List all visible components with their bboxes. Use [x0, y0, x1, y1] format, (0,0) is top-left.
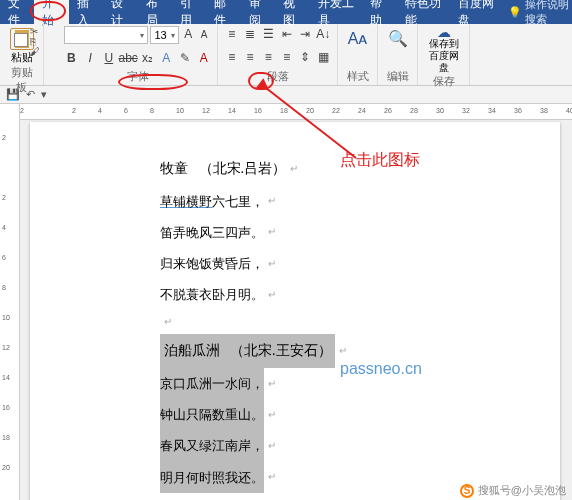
- format-painter-icon[interactable]: 🖌: [30, 47, 40, 57]
- editing-group-label: 编辑: [387, 69, 409, 85]
- cloud-icon: ☁: [424, 26, 463, 38]
- tab-mail[interactable]: 邮件: [206, 0, 240, 24]
- poem2-line2: 钟山只隔数重山。↵: [160, 399, 347, 430]
- bullets-icon[interactable]: ≡: [224, 26, 239, 42]
- para-mark-icon: ↵: [290, 157, 298, 181]
- quick-access-toolbar: 💾 ↶ ▾: [0, 86, 572, 104]
- poem2-line4: 明月何时照我还。↵: [160, 462, 347, 493]
- save-line1: 保存到: [424, 38, 463, 50]
- poem1-line4: 不脱蓑衣卧月明。↵: [160, 279, 347, 310]
- multilevel-icon[interactable]: ☰: [261, 26, 276, 42]
- find-icon[interactable]: 🔍: [385, 26, 411, 50]
- styles-group: Aᴀ 样式: [338, 24, 378, 85]
- clipboard-side-icons: ✂ ⎘ 🖌: [30, 27, 40, 57]
- tab-file[interactable]: 文件: [0, 0, 34, 24]
- font-family-combo[interactable]: ▾: [64, 26, 148, 44]
- clipboard-group-label: 剪贴板: [6, 65, 37, 96]
- decrease-indent-icon[interactable]: ⇤: [279, 26, 294, 42]
- tab-devtools[interactable]: 开发工具: [310, 0, 363, 24]
- justify-icon[interactable]: ≡: [279, 49, 294, 65]
- editor-area: 22468101214161820 2246810121416182022242…: [0, 104, 572, 500]
- strikethrough-icon[interactable]: abc: [120, 50, 136, 66]
- document-page[interactable]: 牧童 （北宋.吕岩）↵ 草铺横野六七里，↵ 笛弄晚风三四声。↵ 归来饱饭黄昏后，…: [30, 122, 560, 500]
- italic-icon[interactable]: I: [83, 50, 98, 66]
- font-color-icon[interactable]: A: [196, 50, 211, 66]
- styles-icon[interactable]: Aᴀ: [345, 26, 371, 50]
- page-area: 2246810121416182022242628303234363840 牧童…: [20, 104, 572, 500]
- text-effects-icon[interactable]: A: [159, 50, 174, 66]
- horizontal-ruler: 2246810121416182022242628303234363840: [20, 104, 572, 120]
- tab-help[interactable]: 帮助: [362, 0, 396, 24]
- credit-text: 搜狐号@小吴泡泡: [478, 483, 566, 498]
- save-group-label: 保存: [433, 74, 455, 90]
- decrease-font-icon[interactable]: A: [197, 26, 211, 42]
- chevron-down-icon: ▾: [140, 31, 144, 40]
- font-group-label: 字体: [64, 69, 211, 85]
- watermark-text: passneo.cn: [340, 360, 422, 378]
- tell-me-label: 操作说明搜索: [525, 0, 572, 27]
- styles-group-label: 样式: [347, 69, 369, 85]
- font-size-value: 13: [154, 29, 166, 41]
- ribbon: 粘贴 剪贴板 ✂ ⎘ 🖌 ▾ 13 ▾ A A B I U abc x₂ A: [0, 24, 572, 86]
- tab-view[interactable]: 视图: [275, 0, 309, 24]
- bold-icon[interactable]: B: [64, 50, 79, 66]
- tab-home[interactable]: 开始: [34, 0, 68, 24]
- poem2-line3: 春风又绿江南岸，↵: [160, 430, 347, 461]
- highlight-icon[interactable]: ✎: [178, 50, 193, 66]
- tab-bar: 文件 开始 插入 设计 布局 引用 邮件 审阅 视图 开发工具 帮助 特色功能 …: [0, 0, 572, 24]
- lightbulb-icon: 💡: [508, 6, 522, 19]
- poem1-line1: 草铺横野六七里，↵: [160, 186, 347, 217]
- tab-insert[interactable]: 插入: [69, 0, 103, 24]
- tab-references[interactable]: 引用: [172, 0, 206, 24]
- shading-icon[interactable]: ▦: [316, 49, 331, 65]
- tab-design[interactable]: 设计: [103, 0, 137, 24]
- numbering-icon[interactable]: ≣: [242, 26, 257, 42]
- font-size-combo[interactable]: 13 ▾: [150, 26, 179, 44]
- chevron-down-icon: ▾: [171, 31, 175, 40]
- increase-indent-icon[interactable]: ⇥: [297, 26, 312, 42]
- sohu-logo-icon: [460, 484, 474, 498]
- save-cloud-button[interactable]: ☁ 保存到 百度网盘: [424, 26, 463, 74]
- poem1-line2: 笛弄晚风三四声。↵: [160, 217, 347, 248]
- paragraph-group-label: 段落: [224, 69, 331, 85]
- line-spacing-icon[interactable]: ⇕: [297, 49, 312, 65]
- blank-line: ↵: [160, 310, 347, 334]
- align-left-icon[interactable]: ≡: [224, 49, 239, 65]
- document-body: 牧童 （北宋.吕岩）↵ 草铺横野六七里，↵ 笛弄晚风三四声。↵ 归来饱饭黄昏后，…: [160, 152, 347, 493]
- tell-me-search[interactable]: 💡 操作说明搜索: [508, 0, 572, 27]
- tab-baidu[interactable]: 百度网盘: [450, 0, 503, 24]
- poem1-line3: 归来饱饭黄昏后，↵: [160, 248, 347, 279]
- annotation-text: 点击此图标: [340, 150, 420, 171]
- tab-review[interactable]: 审阅: [241, 0, 275, 24]
- qat-dropdown-icon[interactable]: ▾: [41, 88, 47, 101]
- poem2-line1: 京口瓜洲一水间，↵: [160, 368, 347, 399]
- poem2-title: 泊船瓜洲 （北宋.王安石） ↵: [160, 334, 347, 368]
- align-right-icon[interactable]: ≡: [261, 49, 276, 65]
- vertical-ruler: 22468101214161820: [0, 104, 20, 500]
- poem1-title: 牧童 （北宋.吕岩）↵: [160, 152, 347, 186]
- save-group: ☁ 保存到 百度网盘 保存: [418, 24, 470, 85]
- sort-icon[interactable]: A↓: [316, 26, 331, 42]
- underline-icon[interactable]: U: [101, 50, 116, 66]
- credit-footer: 搜狐号@小吴泡泡: [460, 483, 566, 498]
- paragraph-group: ≡ ≣ ☰ ⇤ ⇥ A↓ ≡ ≡ ≡ ≡ ⇕ ▦ 段落: [218, 24, 338, 85]
- increase-font-icon[interactable]: A: [181, 26, 195, 42]
- align-center-icon[interactable]: ≡: [242, 49, 257, 65]
- save-line2: 百度网盘: [424, 50, 463, 74]
- tab-features[interactable]: 特色功能: [397, 0, 450, 24]
- tab-layout[interactable]: 布局: [138, 0, 172, 24]
- font-group: ▾ 13 ▾ A A B I U abc x₂ A ✎ A 字体: [58, 24, 218, 85]
- subscript-icon[interactable]: x₂: [140, 50, 155, 66]
- editing-group: 🔍 编辑: [378, 24, 418, 85]
